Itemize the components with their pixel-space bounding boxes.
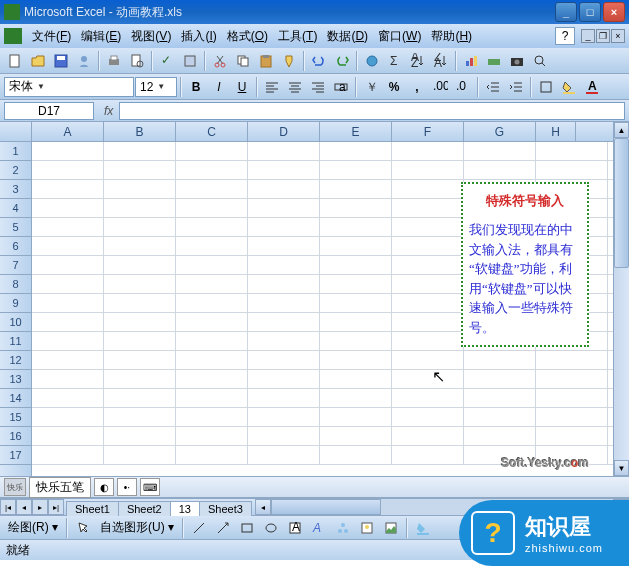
merge-center-button[interactable]: a — [330, 76, 352, 98]
cell[interactable] — [248, 332, 320, 350]
cell[interactable] — [176, 237, 248, 255]
cell[interactable] — [176, 351, 248, 369]
textbox-button[interactable]: A — [284, 517, 306, 539]
cell[interactable] — [32, 237, 104, 255]
print-preview-button[interactable] — [126, 50, 148, 72]
new-button[interactable] — [4, 50, 26, 72]
save-button[interactable] — [50, 50, 72, 72]
cell[interactable] — [320, 389, 392, 407]
cell[interactable] — [320, 275, 392, 293]
cell[interactable] — [32, 313, 104, 331]
cell[interactable] — [248, 180, 320, 198]
cell[interactable] — [392, 332, 464, 350]
excel-icon[interactable] — [4, 28, 22, 44]
tab-nav-next[interactable]: ▸ — [32, 499, 48, 515]
row-header-17[interactable]: 17 — [0, 446, 31, 465]
col-header-C[interactable]: C — [176, 122, 248, 141]
close-button[interactable]: × — [603, 2, 625, 22]
align-left-button[interactable] — [261, 76, 283, 98]
ime-logo-button[interactable]: 快乐 — [4, 478, 26, 496]
cell[interactable] — [320, 351, 392, 369]
autosum-button[interactable]: Σ — [384, 50, 406, 72]
ime-punct-button[interactable]: •· — [117, 478, 137, 496]
cell[interactable] — [176, 370, 248, 388]
cell[interactable] — [176, 218, 248, 236]
wordart-button[interactable]: A — [308, 517, 330, 539]
drawing-toggle-button[interactable] — [483, 50, 505, 72]
cell[interactable] — [248, 408, 320, 426]
cell[interactable] — [32, 199, 104, 217]
cell[interactable] — [176, 294, 248, 312]
currency-button[interactable]: ￥ — [360, 76, 382, 98]
cell[interactable] — [176, 427, 248, 445]
cell[interactable] — [320, 199, 392, 217]
diagram-button[interactable] — [332, 517, 354, 539]
row-header-5[interactable]: 5 — [0, 218, 31, 237]
sheet-tab-13[interactable]: 13 — [170, 501, 200, 516]
zoom-button[interactable] — [529, 50, 551, 72]
cell[interactable] — [176, 256, 248, 274]
cell[interactable] — [320, 256, 392, 274]
cell[interactable] — [392, 218, 464, 236]
cell[interactable] — [248, 237, 320, 255]
cell[interactable] — [320, 408, 392, 426]
cell[interactable] — [32, 370, 104, 388]
cell[interactable] — [104, 275, 176, 293]
cell[interactable] — [248, 313, 320, 331]
cell[interactable] — [464, 351, 536, 369]
cell[interactable] — [104, 389, 176, 407]
select-all-corner[interactable] — [0, 122, 31, 142]
row-header-13[interactable]: 13 — [0, 370, 31, 389]
cell[interactable] — [320, 161, 392, 179]
cell[interactable] — [392, 256, 464, 274]
cell[interactable] — [248, 389, 320, 407]
col-header-F[interactable]: F — [392, 122, 464, 141]
cell[interactable] — [104, 427, 176, 445]
vscroll-thumb[interactable] — [614, 138, 629, 268]
col-header-D[interactable]: D — [248, 122, 320, 141]
ime-softkeyboard-button[interactable]: ⌨ — [140, 478, 160, 496]
row-header-1[interactable]: 1 — [0, 142, 31, 161]
cell[interactable] — [392, 389, 464, 407]
cell[interactable] — [104, 218, 176, 236]
row-header-2[interactable]: 2 — [0, 161, 31, 180]
italic-button[interactable]: I — [208, 76, 230, 98]
menu-o[interactable]: 格式(O) — [223, 27, 272, 45]
sheet-tab-Sheet1[interactable]: Sheet1 — [66, 501, 119, 516]
cell[interactable] — [392, 427, 464, 445]
autoshapes-menu[interactable]: 自选图形(U) ▾ — [96, 519, 178, 536]
cell[interactable] — [104, 237, 176, 255]
tab-nav-last[interactable]: ▸| — [48, 499, 64, 515]
insert-picture-button[interactable] — [380, 517, 402, 539]
cell[interactable] — [320, 427, 392, 445]
row-header-9[interactable]: 9 — [0, 294, 31, 313]
cell[interactable] — [320, 218, 392, 236]
cell[interactable] — [176, 275, 248, 293]
research-button[interactable] — [179, 50, 201, 72]
chart-button[interactable] — [460, 50, 482, 72]
cell[interactable] — [248, 294, 320, 312]
cell[interactable] — [32, 294, 104, 312]
formula-input[interactable] — [119, 102, 625, 120]
cell[interactable] — [392, 351, 464, 369]
maximize-button[interactable]: □ — [579, 2, 601, 22]
arrow-button[interactable] — [212, 517, 234, 539]
tab-nav-prev[interactable]: ◂ — [16, 499, 32, 515]
cell[interactable] — [464, 408, 536, 426]
cell[interactable] — [32, 408, 104, 426]
row-header-4[interactable]: 4 — [0, 199, 31, 218]
cell[interactable] — [536, 427, 608, 445]
increase-indent-button[interactable] — [505, 76, 527, 98]
row-header-15[interactable]: 15 — [0, 408, 31, 427]
cell[interactable] — [536, 370, 608, 388]
cell[interactable] — [248, 446, 320, 464]
cell[interactable] — [32, 275, 104, 293]
open-button[interactable] — [27, 50, 49, 72]
col-header-G[interactable]: G — [464, 122, 536, 141]
menu-t[interactable]: 工具(T) — [274, 27, 321, 45]
cell[interactable] — [176, 142, 248, 160]
mdi-minimize-button[interactable]: _ — [581, 29, 595, 43]
cell[interactable] — [536, 408, 608, 426]
align-center-button[interactable] — [284, 76, 306, 98]
name-box[interactable]: D17 — [4, 102, 94, 120]
